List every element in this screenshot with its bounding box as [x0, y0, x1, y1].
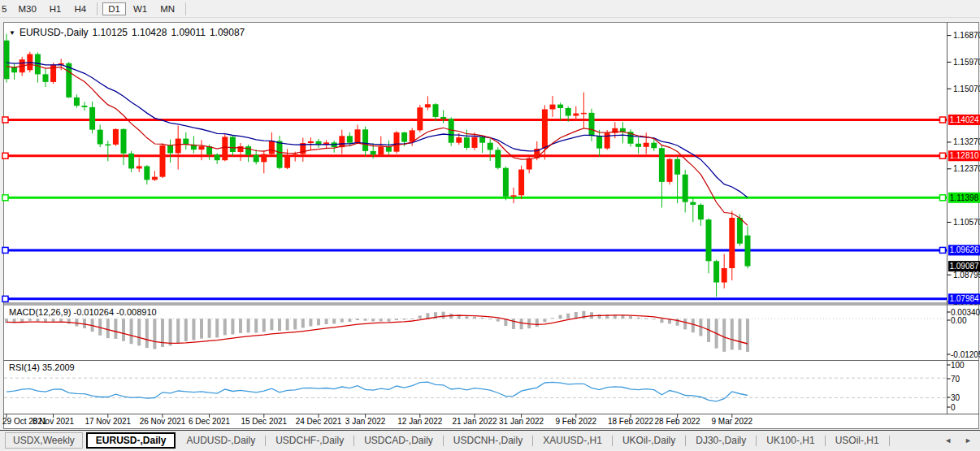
ohlc-low: 1.09011 — [171, 27, 206, 38]
x-tick-label: 3 Jan 2022 — [345, 417, 386, 426]
rsi-value: 35.2009 — [42, 362, 75, 372]
candle-body — [339, 136, 345, 147]
x-tick-label: 9 Feb 2022 — [555, 417, 596, 426]
candle-body — [98, 130, 103, 145]
ohlc-high: 1.10428 — [132, 27, 167, 38]
hline-right-handle[interactable] — [940, 153, 946, 158]
macd-bar — [536, 319, 539, 327]
candle-body — [401, 132, 407, 142]
tab-usdx-weekly[interactable]: USDX,Weekly — [5, 432, 83, 449]
candle-body — [729, 218, 735, 268]
hline-right-handle[interactable] — [940, 247, 946, 253]
macd-bar — [176, 319, 180, 343]
symbol-dropdown-icon[interactable]: ▼ — [9, 29, 15, 37]
macd-bar — [348, 319, 351, 322]
macd-bar — [169, 319, 172, 345]
macd-bar — [20, 319, 24, 322]
tab-xauusd-h1[interactable]: XAUUSD-,H1 — [536, 433, 609, 448]
macd-bar — [473, 317, 476, 319]
candle-body — [674, 159, 680, 175]
candle-body — [11, 67, 17, 73]
candle-body — [527, 158, 532, 170]
rsi-label: RSI(14) 35.2009 — [9, 362, 75, 372]
tab-usdcad-daily[interactable]: USDCAD-,Daily — [357, 433, 440, 448]
y-tick-label: 1.15970 — [953, 58, 980, 67]
y-tick-label: 1.16870 — [953, 31, 980, 40]
macd-bar — [410, 319, 414, 319]
candle-body — [550, 105, 556, 110]
tab-separator — [443, 436, 444, 446]
candle-body — [683, 175, 688, 202]
ohlc-close: 1.09087 — [210, 27, 245, 38]
x-tick-label: 24 Dec 2021 — [296, 417, 342, 426]
macd-bar — [145, 319, 149, 348]
tab-usdcnh-daily[interactable]: USDCNH-,Daily — [446, 433, 530, 448]
hline-price-label-text: 1.14024 — [949, 115, 979, 124]
candle-body — [254, 155, 259, 163]
macd-bar — [731, 319, 734, 349]
hline-left-handle[interactable] — [2, 247, 8, 253]
rsi-axis-label: 100 — [951, 361, 965, 370]
tab-scroll-left-icon[interactable]: ◄ — [944, 436, 952, 444]
hline-left-handle[interactable] — [2, 153, 8, 158]
chart-canvas[interactable]: 1.168701.159701.150701.132701.123701.105… — [0, 0, 980, 451]
macd-bar — [692, 319, 695, 332]
tab-dj30-daily[interactable]: DJ30-,Daily — [688, 433, 753, 448]
macd-bar — [215, 319, 219, 337]
macd-label: MACD(12,26,9) -0.010264 -0.008910 — [9, 307, 157, 317]
hline-right-handle[interactable] — [940, 195, 946, 201]
ohlc-open: 1.10125 — [93, 27, 128, 38]
macd-bar — [200, 319, 203, 338]
chart-symbol-label: EURUSD-,Daily — [20, 27, 89, 38]
candle-body — [199, 146, 205, 150]
rsi-axis-label: 0 — [951, 403, 956, 412]
hline-left-handle[interactable] — [2, 117, 8, 123]
macd-bar — [660, 319, 663, 323]
hline-left-handle[interactable] — [2, 195, 8, 201]
rsi-title: RSI(14) — [9, 362, 40, 372]
candle-body — [440, 117, 446, 119]
hline-right-handle[interactable] — [940, 117, 946, 123]
macd-bar — [130, 319, 133, 344]
macd-axis-label: -0.01205 — [951, 350, 980, 359]
hline-price-label-text: 1.12810 — [949, 151, 979, 160]
candle-body — [659, 148, 665, 182]
x-tick-label: 17 Nov 2021 — [85, 417, 131, 426]
candle-body — [230, 137, 236, 152]
x-tick-label: 12 Jan 2022 — [397, 417, 442, 426]
macd-bar — [262, 319, 266, 332]
tab-separator — [756, 436, 757, 446]
candle-body — [557, 105, 563, 108]
macd-bar — [317, 319, 320, 325]
macd-bar — [512, 319, 515, 329]
macd-bar — [403, 319, 406, 319]
macd-bar — [153, 319, 156, 349]
macd-axis-label: 0.00 — [951, 316, 967, 325]
tab-ukoil-daily[interactable]: UKOil-,Daily — [615, 433, 683, 448]
x-tick-label: 8 Nov 2021 — [33, 417, 75, 426]
macd-bar — [497, 319, 500, 321]
candle-body — [690, 202, 696, 205]
tab-usdchf-daily[interactable]: USDCHF-,Daily — [268, 433, 351, 448]
tab-uk100-h1[interactable]: UK100-,H1 — [759, 433, 822, 448]
candle-body — [425, 104, 431, 107]
macd-bar — [208, 319, 211, 338]
macd-bar — [637, 318, 640, 319]
candle-body — [128, 154, 134, 169]
rsi-axis-label: 30 — [951, 393, 960, 402]
tab-eurusd-daily[interactable]: EURUSD-,Daily — [86, 432, 176, 449]
candle-body — [176, 139, 181, 154]
candle-body — [745, 236, 751, 267]
macd-bar — [629, 316, 632, 319]
tab-scroll-right-icon[interactable]: ► — [965, 436, 972, 444]
tab-usoil-h1[interactable]: USOil-,H1 — [828, 433, 887, 448]
candle-body — [394, 132, 400, 152]
tab-audusd-daily[interactable]: AUDUSD-,Daily — [179, 433, 262, 448]
candle-body — [137, 167, 142, 169]
candle-body — [347, 136, 353, 142]
macd-bar — [286, 319, 289, 330]
current-price-label-text: 1.09087 — [949, 262, 979, 271]
x-tick-label: 21 Jan 2022 — [452, 417, 497, 426]
macd-bar — [184, 319, 188, 341]
hline-left-handle[interactable] — [2, 296, 8, 301]
